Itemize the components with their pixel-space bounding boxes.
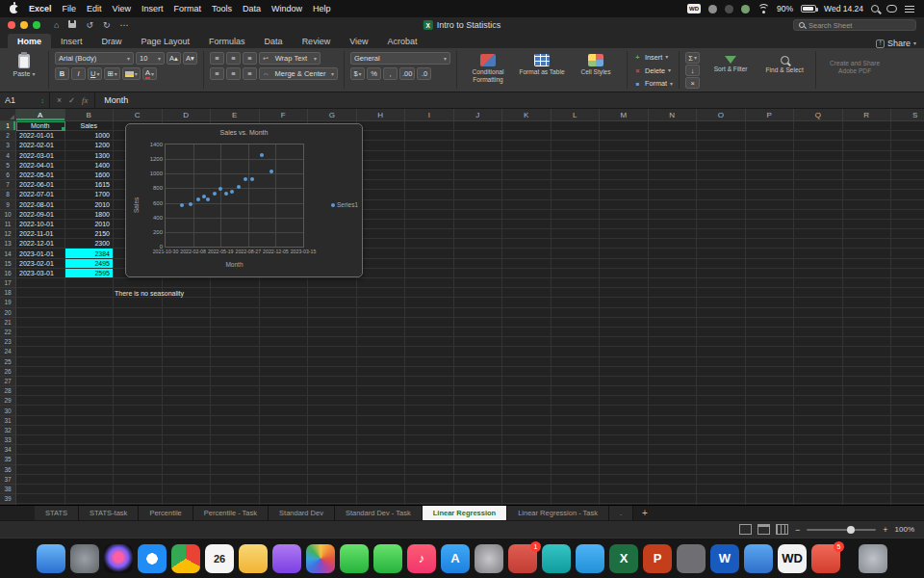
cell-D24[interactable] <box>163 347 212 356</box>
cell-P21[interactable] <box>746 318 795 328</box>
cell-F35[interactable] <box>260 455 309 464</box>
cell-P8[interactable] <box>746 190 795 199</box>
increase-decimal-button[interactable]: .00 <box>399 67 415 80</box>
cell-B16[interactable]: 2595 <box>65 269 115 278</box>
cell-N40[interactable] <box>649 504 698 505</box>
cell-A23[interactable] <box>16 337 65 347</box>
status-icon-3[interactable] <box>741 5 750 13</box>
cell-J6[interactable] <box>454 171 503 180</box>
cell-H37[interactable] <box>357 475 406 485</box>
cell-J33[interactable] <box>454 435 503 445</box>
data-point[interactable] <box>196 197 200 201</box>
menu-file[interactable]: File <box>63 4 77 13</box>
cell-D27[interactable] <box>163 377 212 386</box>
cell-N22[interactable] <box>649 328 698 337</box>
row-header-5[interactable]: 5 <box>0 161 16 171</box>
cell-N24[interactable] <box>649 347 698 356</box>
cell-A40[interactable] <box>16 504 65 505</box>
cell-R28[interactable] <box>843 386 892 396</box>
cell-S8[interactable] <box>891 190 924 199</box>
cell-R22[interactable] <box>843 328 892 337</box>
cell-P3[interactable] <box>746 141 795 150</box>
select-all-button[interactable] <box>0 109 16 121</box>
font-name-select[interactable]: Arial (Body) ▾ <box>55 52 134 65</box>
cell-R16[interactable] <box>843 269 892 278</box>
cell-K2[interactable] <box>502 131 552 141</box>
cell-O8[interactable] <box>697 190 746 199</box>
cell-G30[interactable] <box>308 406 357 415</box>
cell-S27[interactable] <box>891 377 924 386</box>
cell-J7[interactable] <box>454 180 503 190</box>
control-center-icon[interactable] <box>886 5 897 13</box>
ribbon-tab-insert[interactable]: Insert <box>51 34 92 48</box>
seasonality-note[interactable]: There is no seasonality <box>115 290 184 297</box>
cell-B23[interactable] <box>65 337 115 347</box>
cell-A18[interactable] <box>16 288 65 298</box>
cell-P37[interactable] <box>746 475 795 485</box>
cancel-entry-icon[interactable]: × <box>57 95 62 105</box>
cell-C25[interactable] <box>114 357 163 367</box>
cell-Q19[interactable] <box>794 298 843 307</box>
cell-B28[interactable] <box>65 386 115 396</box>
ribbon-tab-review[interactable]: Review <box>293 34 341 48</box>
cell-R27[interactable] <box>843 377 892 386</box>
cell-G35[interactable] <box>308 455 357 464</box>
cell-Q6[interactable] <box>794 171 843 180</box>
minimize-window-button[interactable] <box>20 21 28 29</box>
cell-Q16[interactable] <box>794 269 843 278</box>
cell-P23[interactable] <box>746 337 795 347</box>
cell-S7[interactable] <box>891 180 924 190</box>
cell-R18[interactable] <box>843 288 892 298</box>
sheet-tab-linear-regression-task[interactable]: Linear Regression - Task <box>507 506 609 520</box>
row-header-20[interactable]: 20 <box>0 308 16 318</box>
row-header-6[interactable]: 6 <box>0 171 16 180</box>
cell-F17[interactable] <box>260 278 309 288</box>
cell-B18[interactable] <box>65 288 115 298</box>
data-point[interactable] <box>244 177 247 181</box>
row-header-13[interactable]: 13 <box>0 239 16 249</box>
cell-I16[interactable] <box>405 269 454 278</box>
row-header-18[interactable]: 18 <box>0 288 16 298</box>
cell-K19[interactable] <box>502 298 552 307</box>
cell-I21[interactable] <box>405 318 454 328</box>
cell-R21[interactable] <box>843 318 892 328</box>
cell-M19[interactable] <box>600 298 649 307</box>
find-select-button[interactable]: Find & Select <box>759 52 809 89</box>
dock-onenote[interactable] <box>677 544 706 573</box>
column-header-O[interactable]: O <box>697 109 746 121</box>
cell-S2[interactable] <box>891 131 924 141</box>
column-header-P[interactable]: P <box>746 109 795 121</box>
data-point[interactable] <box>189 202 192 206</box>
cell-C35[interactable] <box>114 455 163 464</box>
currency-button[interactable]: $▾ <box>350 67 365 80</box>
cell-O25[interactable] <box>697 357 746 367</box>
cell-E22[interactable] <box>211 328 260 337</box>
cell-B33[interactable] <box>65 435 115 445</box>
cell-B1[interactable]: Sales <box>65 121 115 131</box>
cell-A35[interactable] <box>16 455 65 464</box>
cell-O36[interactable] <box>697 465 746 475</box>
cell-S14[interactable] <box>891 249 924 258</box>
cell-H30[interactable] <box>357 406 406 415</box>
cell-H28[interactable] <box>357 386 406 396</box>
cell-J21[interactable] <box>454 318 503 328</box>
cell-A11[interactable]: 2022-10-01 <box>16 220 65 229</box>
cell-K23[interactable] <box>502 337 552 347</box>
data-point[interactable] <box>260 153 264 157</box>
share-button[interactable]: ↑ Share ▾ <box>876 39 916 48</box>
cell-N25[interactable] <box>649 357 698 367</box>
cell-C32[interactable] <box>114 426 163 435</box>
cell-E17[interactable] <box>211 278 260 288</box>
cell-Q1[interactable] <box>794 121 843 131</box>
cell-D26[interactable] <box>163 367 212 377</box>
cell-M32[interactable] <box>600 426 649 435</box>
cell-L1[interactable] <box>552 121 601 131</box>
row-header-23[interactable]: 23 <box>0 337 16 347</box>
cell-H15[interactable] <box>357 259 406 269</box>
cell-F34[interactable] <box>260 445 309 455</box>
cell-B15[interactable]: 2495 <box>65 259 115 269</box>
cell-E38[interactable] <box>211 485 260 494</box>
cell-H24[interactable] <box>357 347 406 356</box>
cell-S28[interactable] <box>891 386 924 396</box>
cell-K13[interactable] <box>502 239 552 249</box>
